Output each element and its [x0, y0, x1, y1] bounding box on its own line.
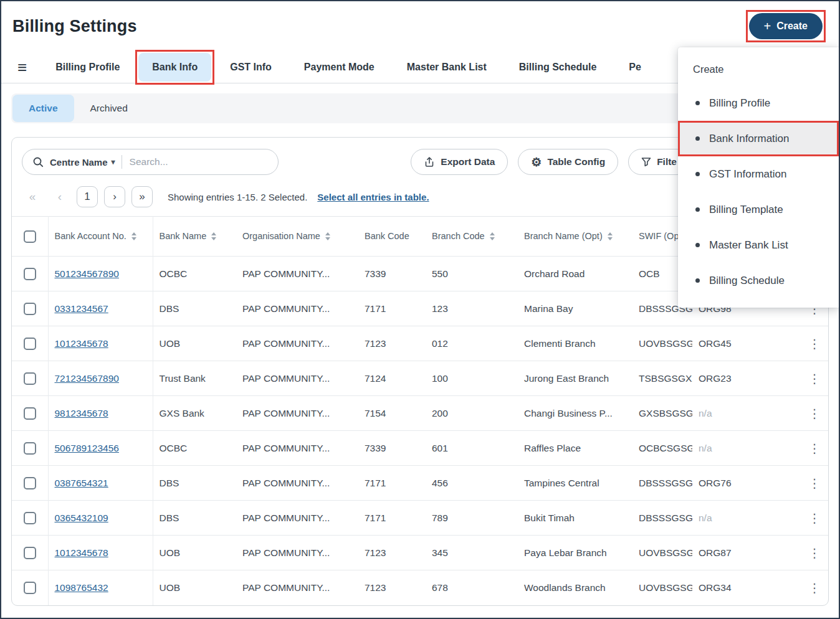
- export-data-button[interactable]: Export Data: [411, 149, 508, 175]
- bank-account-link[interactable]: 0331234567: [55, 303, 108, 314]
- kebab-menu-icon[interactable]: ⋮: [803, 334, 826, 353]
- menu-item-billing-template[interactable]: Billing Template: [678, 192, 839, 227]
- search-box[interactable]: Centre Name ▾: [22, 149, 279, 175]
- cell-value: UOVBSGSGX...: [639, 338, 692, 349]
- cell-bank-code: 7123: [358, 536, 426, 570]
- tab-billing-profile[interactable]: Billing Profile: [42, 53, 133, 82]
- column-header-bank-name[interactable]: Bank Name: [153, 217, 236, 257]
- row-checkbox[interactable]: [24, 268, 36, 280]
- cell-value: PAP COMMUNITY...: [242, 408, 330, 418]
- kebab-menu-icon[interactable]: ⋮: [803, 509, 826, 527]
- cell-value: 678: [432, 582, 448, 593]
- row-select-cell: [12, 257, 48, 291]
- row-checkbox[interactable]: [24, 582, 36, 594]
- menu-item-billing-schedule[interactable]: Billing Schedule: [678, 263, 839, 298]
- menu-item-billing-profile[interactable]: Billing Profile: [678, 85, 839, 121]
- last-page-button[interactable]: »: [131, 186, 153, 207]
- row-actions-cell: ⋮: [797, 466, 829, 501]
- table-body: 501234567890OCBCPAP COMMUNITY...7339550O…: [12, 257, 829, 605]
- search-input[interactable]: [128, 156, 268, 168]
- cell-value: ORG45: [699, 338, 732, 349]
- table-row: 506789123456OCBCPAP COMMUNITY...7339601R…: [12, 431, 829, 466]
- tab-master-bank-list[interactable]: Master Bank List: [393, 53, 500, 82]
- column-header-bank-code[interactable]: Bank Code: [358, 217, 426, 257]
- column-label: Branch Code: [432, 230, 485, 242]
- sort-icon[interactable]: [325, 232, 330, 240]
- menu-item-label: GST Information: [709, 168, 786, 181]
- search-icon: [32, 156, 44, 168]
- subtab-archived[interactable]: Archived: [74, 95, 144, 122]
- create-menu: Create Billing ProfileBank InformationGS…: [678, 47, 839, 308]
- row-actions-cell: ⋮: [797, 326, 829, 361]
- bank-account-link[interactable]: 506789123456: [55, 443, 119, 453]
- row-checkbox[interactable]: [24, 512, 36, 524]
- cell-org-name: PAP COMMUNITY...: [236, 361, 358, 396]
- tab-payment-mode[interactable]: Payment Mode: [290, 53, 388, 82]
- screen: Billing Settings + Create ≡ Billing Prof…: [0, 0, 840, 619]
- bank-account-link[interactable]: 1098765432: [55, 582, 108, 593]
- cell-bank-code: 7171: [358, 466, 426, 501]
- bank-account-link[interactable]: 0387654321: [55, 478, 108, 488]
- bank-account-link[interactable]: 501234567890: [55, 268, 119, 279]
- row-select-cell: [12, 536, 48, 570]
- column-header-branch-name-opt[interactable]: Branch Name (Opt): [518, 217, 632, 257]
- cell-bank-code: 7171: [358, 291, 426, 326]
- kebab-menu-icon[interactable]: ⋮: [803, 404, 826, 423]
- sort-icon[interactable]: [211, 232, 216, 240]
- current-page-indicator[interactable]: 1: [77, 186, 98, 207]
- row-checkbox[interactable]: [24, 303, 36, 315]
- column-header-branch-code[interactable]: Branch Code: [426, 217, 518, 257]
- cell-branch-name: Clementi Branch: [518, 326, 632, 361]
- cell-value: Bukit Timah: [524, 513, 575, 523]
- bank-account-link[interactable]: 0365432109: [55, 513, 108, 523]
- cell-branch-name: Marina Bay: [518, 291, 632, 326]
- tab-pe[interactable]: Pe: [615, 53, 655, 82]
- cell-value: Paya Lebar Branch: [524, 547, 607, 558]
- first-page-button[interactable]: «: [22, 186, 43, 207]
- kebab-menu-icon[interactable]: ⋮: [803, 579, 826, 597]
- cell-org-code: n/a: [692, 431, 797, 466]
- menu-item-bank-information[interactable]: Bank Information: [678, 121, 839, 156]
- select-all-entries-link[interactable]: Select all entries in table.: [317, 192, 429, 202]
- kebab-menu-icon[interactable]: ⋮: [803, 544, 826, 562]
- hamburger-menu-icon[interactable]: ≡: [17, 59, 27, 75]
- kebab-menu-icon[interactable]: ⋮: [803, 439, 826, 458]
- cell-value: Raffles Place: [524, 443, 581, 453]
- row-checkbox[interactable]: [24, 442, 36, 455]
- column-header-bank-account-no[interactable]: Bank Account No.: [48, 217, 153, 257]
- select-all-checkbox[interactable]: [24, 230, 36, 243]
- cell-account: 501234567890: [48, 257, 153, 291]
- menu-item-label: Bank Information: [709, 133, 790, 145]
- cell-account: 1012345678: [48, 326, 153, 361]
- subtab-active[interactable]: Active: [12, 95, 74, 122]
- search-scope-dropdown[interactable]: Centre Name ▾: [50, 157, 115, 168]
- next-page-button[interactable]: ›: [104, 186, 125, 207]
- menu-item-gst-information[interactable]: GST Information: [678, 156, 839, 192]
- sort-icon[interactable]: [131, 232, 136, 240]
- menu-item-master-bank-list[interactable]: Master Bank List: [678, 227, 839, 263]
- kebab-menu-icon[interactable]: ⋮: [803, 369, 826, 388]
- menu-item-label: Billing Template: [709, 204, 783, 216]
- prev-page-button[interactable]: ‹: [49, 186, 70, 207]
- table-row: 1012345678UOBPAP COMMUNITY...7123012Clem…: [12, 326, 829, 361]
- row-checkbox[interactable]: [24, 407, 36, 420]
- sort-icon[interactable]: [608, 232, 613, 240]
- row-checkbox[interactable]: [24, 338, 36, 350]
- cell-value: DBS: [160, 513, 179, 523]
- column-header-organisation-name[interactable]: Organisation Name: [236, 217, 358, 257]
- bank-account-link[interactable]: 1012345678: [55, 338, 108, 349]
- row-select-cell: [12, 466, 48, 501]
- bank-account-link[interactable]: 9812345678: [55, 408, 108, 418]
- row-checkbox[interactable]: [24, 477, 36, 489]
- bank-account-link[interactable]: 721234567890: [55, 373, 119, 384]
- sort-icon[interactable]: [490, 232, 495, 240]
- create-button[interactable]: + Create: [749, 13, 823, 39]
- row-checkbox[interactable]: [24, 372, 36, 385]
- kebab-menu-icon[interactable]: ⋮: [803, 474, 826, 493]
- table-config-button[interactable]: ⚙ Table Config: [518, 149, 618, 175]
- tab-billing-schedule[interactable]: Billing Schedule: [505, 53, 610, 82]
- row-checkbox[interactable]: [24, 547, 36, 559]
- bank-account-link[interactable]: 1012345678: [55, 547, 108, 558]
- tab-bank-info[interactable]: Bank Info: [138, 53, 211, 82]
- tab-gst-info[interactable]: GST Info: [216, 53, 285, 82]
